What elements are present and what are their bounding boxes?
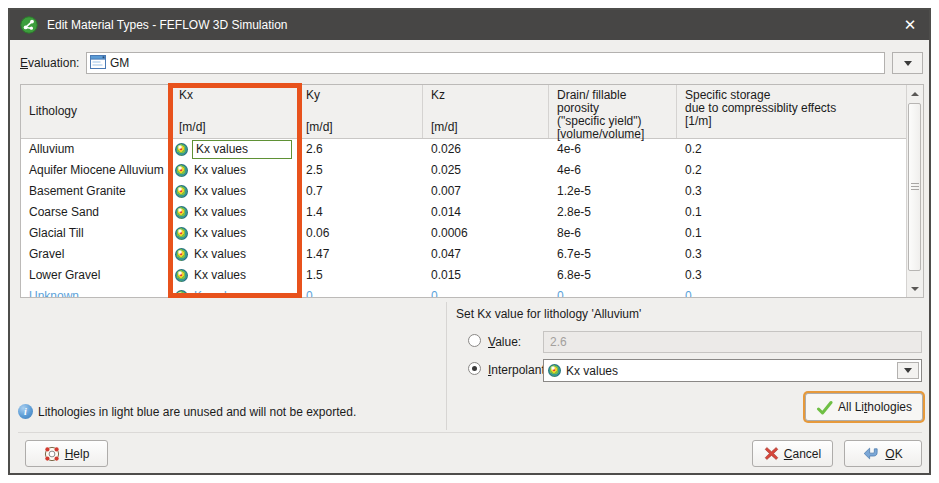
- panel-separator: [446, 302, 447, 430]
- drain-porosity-cell[interactable]: 2.8e-5: [549, 202, 677, 223]
- kx-interpolant-cell[interactable]: Kx values: [171, 160, 298, 181]
- column-header[interactable]: Lithology: [21, 85, 171, 138]
- ky-cell[interactable]: 2.5: [298, 160, 423, 181]
- table-body: AlluviumKx values2.60.0264e-60.2Aquifer …: [21, 139, 923, 298]
- kz-cell[interactable]: 0.025: [423, 160, 549, 181]
- ok-button-label: OK: [885, 447, 902, 461]
- interpolant-icon: [175, 227, 188, 240]
- column-header[interactable]: Specific storagedue to compressiblity ef…: [677, 85, 906, 138]
- lithology-cell[interactable]: Coarse Sand: [21, 202, 171, 223]
- kx-interpolant-cell[interactable]: Kx values: [171, 265, 298, 286]
- drain-porosity-cell[interactable]: 4e-6: [549, 139, 677, 160]
- interpolant-radio-label[interactable]: Interpolant:: [488, 359, 548, 381]
- drain-porosity-cell[interactable]: 8e-6: [549, 223, 677, 244]
- kz-cell[interactable]: 0.015: [423, 265, 549, 286]
- interpolant-radio[interactable]: [468, 362, 481, 375]
- drain-porosity-cell[interactable]: 0: [549, 286, 677, 298]
- column-header[interactable]: Drain/ fillable porosity("specific yield…: [549, 85, 677, 138]
- specific-storage-cell[interactable]: 0.3: [677, 265, 906, 286]
- chevron-up-icon: [911, 92, 919, 96]
- ky-cell[interactable]: 1.4: [298, 202, 423, 223]
- info-text: Lithologies in light blue are unused and…: [38, 404, 356, 419]
- evaluation-label: Evaluation:: [20, 52, 79, 74]
- ok-button[interactable]: OK: [844, 440, 922, 467]
- green-check-icon: [816, 400, 833, 415]
- kz-cell[interactable]: 0.007: [423, 181, 549, 202]
- lithology-cell[interactable]: Alluvium: [21, 139, 171, 160]
- scroll-up-button[interactable]: [907, 86, 923, 101]
- chevron-down-icon: [904, 368, 912, 373]
- kx-interpolant-value: Kx values: [192, 265, 246, 286]
- lithology-cell[interactable]: Gravel: [21, 244, 171, 265]
- kz-cell[interactable]: 0.0006: [423, 223, 549, 244]
- specific-storage-cell[interactable]: 0.3: [677, 244, 906, 265]
- kx-interpolant-value: Kx values: [192, 286, 246, 298]
- kz-cell[interactable]: 0.047: [423, 244, 549, 265]
- interpolant-icon: [175, 206, 188, 219]
- kx-interpolant-cell[interactable]: Kx values: [171, 286, 298, 298]
- lithology-cell[interactable]: Lower Gravel: [21, 265, 171, 286]
- value-input[interactable]: 2.6: [543, 331, 922, 353]
- info-icon: i: [18, 404, 33, 419]
- drain-porosity-cell[interactable]: 4e-6: [549, 160, 677, 181]
- red-x-icon: [764, 446, 779, 461]
- kz-cell[interactable]: 0.026: [423, 139, 549, 160]
- column-header[interactable]: Kz[m/d]: [423, 85, 549, 138]
- scrollbar-thumb[interactable]: [908, 103, 921, 271]
- drain-porosity-cell[interactable]: 6.8e-5: [549, 265, 677, 286]
- kx-interpolant-value: Kx values: [192, 160, 246, 181]
- ky-cell[interactable]: 2.6: [298, 139, 423, 160]
- kz-cell[interactable]: 0: [423, 286, 549, 298]
- scrollbar-grip-icon: [911, 183, 919, 191]
- kx-interpolant-cell[interactable]: Kx values: [171, 202, 298, 223]
- close-icon[interactable]: ✕: [891, 10, 929, 40]
- ky-cell[interactable]: 1.5: [298, 265, 423, 286]
- set-value-panel-title: Set Kx value for lithology 'Alluvium': [456, 307, 641, 321]
- evaluation-combobox[interactable]: GM: [86, 52, 885, 74]
- ky-cell[interactable]: 0: [298, 286, 423, 298]
- column-header[interactable]: Ky[m/d]: [298, 85, 423, 138]
- interpolant-dropdown-button[interactable]: [897, 362, 919, 379]
- help-button-label: Help: [65, 447, 90, 461]
- value-radio-label[interactable]: Value:: [488, 331, 521, 353]
- lithology-cell[interactable]: Basement Granite: [21, 181, 171, 202]
- all-lithologies-button[interactable]: All Lithologies: [805, 393, 923, 421]
- lithology-cell[interactable]: Glacial Till: [21, 223, 171, 244]
- vertical-scrollbar[interactable]: [906, 85, 923, 297]
- evaluation-dropdown-button[interactable]: [892, 52, 923, 74]
- drain-porosity-cell[interactable]: 1.2e-5: [549, 181, 677, 202]
- kx-interpolant-value: Kx values: [192, 244, 246, 265]
- specific-storage-cell[interactable]: 0.2: [677, 160, 906, 181]
- ky-cell[interactable]: 0.7: [298, 181, 423, 202]
- ky-cell[interactable]: 0.06: [298, 223, 423, 244]
- drain-porosity-cell[interactable]: 6.7e-5: [549, 244, 677, 265]
- lithology-cell[interactable]: Aquifer Miocene Alluvium: [21, 160, 171, 181]
- blue-arrow-icon: [863, 446, 880, 461]
- lithology-cell[interactable]: Unknown: [21, 286, 171, 298]
- interpolant-icon: [175, 164, 188, 177]
- kx-interpolant-cell[interactable]: Kx values: [171, 181, 298, 202]
- table-row: Aquifer Miocene AlluviumKx values2.50.02…: [21, 160, 923, 181]
- ky-cell[interactable]: 1.47: [298, 244, 423, 265]
- column-header[interactable]: Kx[m/d]: [171, 85, 298, 138]
- table-row: Glacial TillKx values0.060.00068e-60.1: [21, 223, 923, 244]
- specific-storage-cell[interactable]: 0.3: [677, 181, 906, 202]
- specific-storage-cell[interactable]: 0.1: [677, 223, 906, 244]
- specific-storage-cell[interactable]: 0: [677, 286, 906, 298]
- table-window-icon: [90, 55, 106, 72]
- kx-interpolant-cell[interactable]: Kx values: [171, 244, 298, 265]
- specific-storage-cell[interactable]: 0.1: [677, 202, 906, 223]
- chevron-down-icon: [911, 287, 919, 291]
- help-button[interactable]: Help: [25, 440, 108, 467]
- interpolant-icon: [548, 364, 561, 377]
- kx-interpolant-cell[interactable]: Kx values: [171, 223, 298, 244]
- interpolant-icon: [175, 290, 188, 298]
- specific-storage-cell[interactable]: 0.2: [677, 139, 906, 160]
- kz-cell[interactable]: 0.014: [423, 202, 549, 223]
- cancel-button[interactable]: Cancel: [752, 440, 833, 467]
- kx-interpolant-cell[interactable]: Kx values: [171, 139, 298, 160]
- value-radio[interactable]: [468, 334, 481, 347]
- scroll-down-button[interactable]: [907, 281, 923, 296]
- interpolant-combobox[interactable]: Kx values: [543, 359, 922, 382]
- titlebar[interactable]: Edit Material Types - FEFLOW 3D Simulati…: [10, 10, 929, 40]
